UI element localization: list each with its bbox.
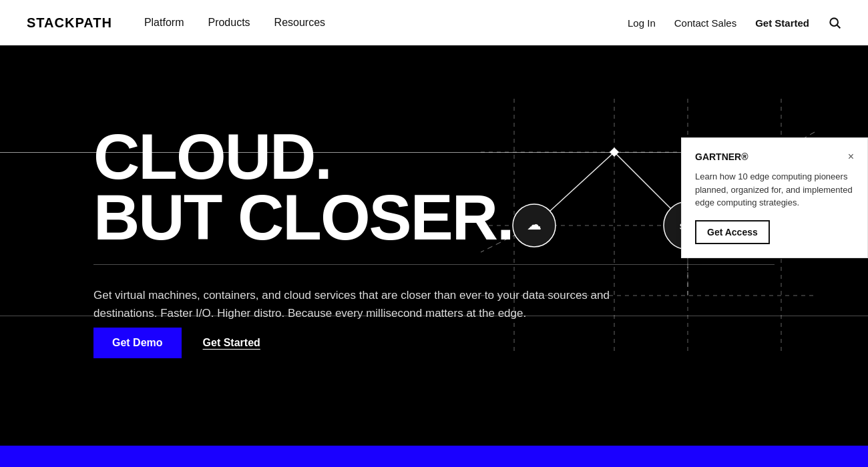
popup-title: GARTNER® xyxy=(695,151,748,162)
nav-platform[interactable]: Platform xyxy=(144,17,184,29)
hero-content: CLOUD. BUT CLOSER. Get virtual machines,… xyxy=(93,99,775,358)
gartner-popup: GARTNER® × Learn how 10 edge computing p… xyxy=(681,137,868,258)
get-access-button[interactable]: Get Access xyxy=(695,220,770,244)
main-nav: Platform Products Resources xyxy=(144,17,628,29)
get-started-link[interactable]: Get Started xyxy=(755,17,809,29)
nav-resources[interactable]: Resources xyxy=(274,17,325,29)
get-started-button[interactable]: Get Started xyxy=(203,337,260,349)
headline-line2: BUT CLOSER. xyxy=(93,181,513,253)
header: STACKPATH Platform Products Resources Lo… xyxy=(0,0,868,45)
popup-header: GARTNER® × xyxy=(695,151,854,162)
hero-section: ☁ SP// CLOUD. BUT CLOSER. Get virtual ma… xyxy=(0,45,868,412)
footer-blue-strip xyxy=(0,446,868,467)
hero-divider xyxy=(93,264,775,265)
nav-products[interactable]: Products xyxy=(208,17,250,29)
svg-point-0 xyxy=(830,18,838,26)
login-link[interactable]: Log In xyxy=(628,17,656,29)
hero-headline: CLOUD. BUT CLOSER. xyxy=(93,126,775,248)
hero-subtext: Get virtual machines, containers, and cl… xyxy=(93,286,628,322)
get-demo-button[interactable]: Get Demo xyxy=(93,328,182,358)
contact-sales-link[interactable]: Contact Sales xyxy=(674,17,736,29)
search-button[interactable] xyxy=(828,16,841,29)
svg-line-1 xyxy=(837,25,841,29)
popup-close-button[interactable]: × xyxy=(848,151,854,162)
logo-text: STACKPATH xyxy=(27,15,112,31)
hero-buttons: Get Demo Get Started xyxy=(93,328,775,358)
logo: STACKPATH xyxy=(27,15,112,31)
nav-right: Log In Contact Sales Get Started xyxy=(628,16,841,29)
popup-body: Learn how 10 edge computing pioneers pla… xyxy=(695,170,854,209)
